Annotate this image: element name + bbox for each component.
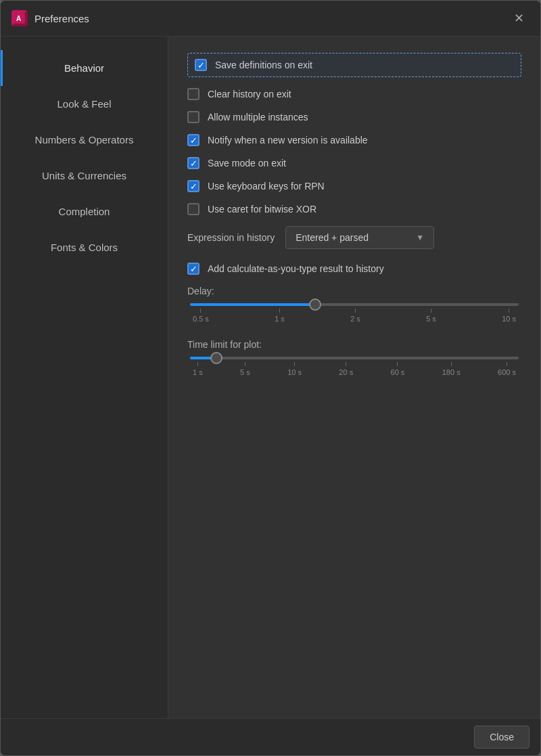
keyboard-rpn-checkbox[interactable]: ✓ [187, 180, 199, 192]
sidebar-item-units-currencies[interactable]: Units & Currencies [1, 158, 168, 194]
keyboard-rpn-label: Use keyboard keys for RPN [208, 181, 325, 192]
add-calc-history-row: ✓ Add calculate-as-you-type result to hi… [187, 263, 521, 275]
window-title: Preferences [34, 13, 508, 24]
caret-xor-checkbox[interactable] [187, 203, 199, 215]
expression-history-dropdown[interactable]: Entered + parsed ▼ [285, 226, 434, 249]
expression-history-label: Expression in history [187, 232, 275, 243]
title-bar: A Preferences ✕ [1, 1, 540, 37]
content-area: Behavior Look & Feel Numbers & Operators… [1, 37, 540, 718]
notify-version-label: Notify when a new version is available [208, 135, 368, 146]
plot-slider-track [190, 357, 519, 359]
notify-version-row: ✓ Notify when a new version is available [187, 134, 521, 146]
delay-slider-thumb[interactable] [309, 298, 321, 311]
delay-slider-container: Delay: 0.5 s 1 s [187, 286, 521, 323]
save-mode-row: ✓ Save mode on exit [187, 157, 521, 169]
allow-multiple-checkbox[interactable] [187, 111, 199, 123]
sidebar: Behavior Look & Feel Numbers & Operators… [1, 37, 168, 718]
expression-history-row: Expression in history Entered + parsed ▼ [187, 226, 521, 249]
sidebar-item-completion[interactable]: Completion [1, 194, 168, 229]
plot-slider-ticks: 1 s 5 s 10 s 20 s [190, 362, 519, 376]
notify-version-checkbox[interactable]: ✓ [187, 134, 199, 146]
save-definitions-label: Save definitions on exit [215, 60, 312, 70]
svg-text:A: A [16, 15, 21, 22]
delay-slider-track [190, 303, 519, 306]
sidebar-item-look-feel[interactable]: Look & Feel [1, 86, 168, 122]
add-calc-history-checkbox[interactable]: ✓ [187, 263, 199, 275]
sidebar-item-behavior[interactable]: Behavior [1, 50, 168, 86]
save-definitions-checkbox[interactable]: ✓ [195, 59, 207, 71]
caret-xor-row: Use caret for bitwise XOR [187, 203, 521, 215]
chevron-down-icon: ▼ [416, 233, 424, 242]
main-panel: ✓ Save definitions on exit Clear history… [168, 37, 540, 718]
delay-slider-ticks: 0.5 s 1 s 2 s 5 s [190, 309, 519, 323]
plot-slider-thumb[interactable] [210, 352, 222, 364]
save-mode-checkbox[interactable]: ✓ [187, 157, 199, 169]
allow-multiple-label: Allow multiple instances [208, 112, 308, 123]
app-icon: A [11, 10, 28, 26]
clear-history-checkbox[interactable] [187, 88, 199, 100]
preferences-window: A Preferences ✕ Behavior Look & Feel Num… [0, 0, 541, 756]
add-calc-history-label: Add calculate-as-you-type result to hist… [208, 263, 384, 274]
delay-slider-fill [190, 303, 315, 306]
delay-label: Delay: [187, 286, 521, 296]
window-close-button[interactable]: ✕ [508, 7, 530, 29]
plot-label: Time limit for plot: [187, 339, 521, 350]
close-button[interactable]: Close [474, 726, 530, 749]
plot-slider-container: Time limit for plot: 1 s 5 s [187, 339, 521, 376]
caret-xor-label: Use caret for bitwise XOR [208, 204, 316, 215]
dropdown-value: Entered + parsed [296, 232, 369, 243]
keyboard-rpn-row: ✓ Use keyboard keys for RPN [187, 180, 521, 192]
sidebar-item-numbers-operators[interactable]: Numbers & Operators [1, 122, 168, 158]
allow-multiple-row: Allow multiple instances [187, 111, 521, 123]
clear-history-row: Clear history on exit [187, 88, 521, 100]
footer-bar: Close [1, 718, 540, 755]
save-definitions-row: ✓ Save definitions on exit [187, 53, 521, 77]
save-mode-label: Save mode on exit [208, 158, 286, 169]
clear-history-label: Clear history on exit [208, 89, 291, 99]
sidebar-item-fonts-colors[interactable]: Fonts & Colors [1, 229, 168, 265]
